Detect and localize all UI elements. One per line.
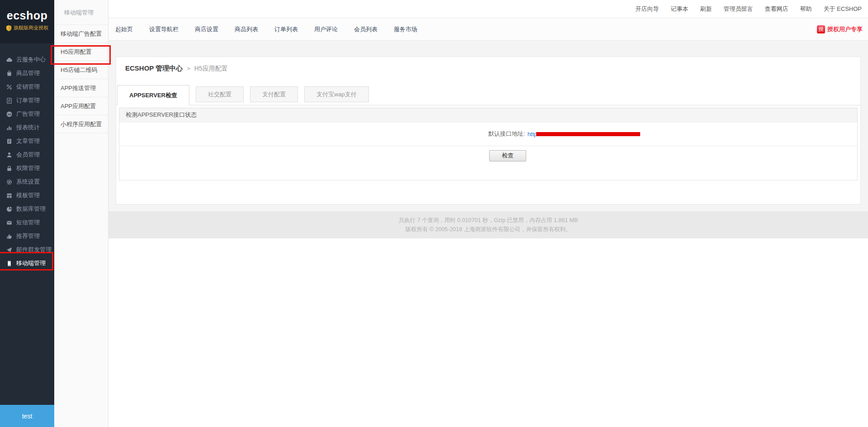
submenu-item-h5-app-config[interactable]: H5应用配置	[54, 43, 108, 61]
lock-icon	[6, 165, 13, 172]
tab-appserver-check[interactable]: APPSERVER检查	[117, 85, 189, 105]
sidebar-item-recommend[interactable]: 推荐管理	[0, 229, 54, 243]
mobile-icon	[6, 260, 13, 267]
sidebar-item-label: 权限管理	[16, 164, 40, 172]
sidebar-item-label: 数据库管理	[16, 205, 46, 213]
sidebar-item-label: 商品管理	[16, 69, 40, 77]
sidebar-item-mobile-management[interactable]: 移动端管理	[0, 256, 54, 270]
sidebar-item-templates[interactable]: 模板管理	[0, 189, 54, 202]
nav-item-order-list[interactable]: 订单列表	[274, 25, 298, 33]
sidebar-item-privileges[interactable]: 权限管理	[0, 161, 54, 175]
topbar-link-view-shop[interactable]: 查看网店	[764, 5, 788, 13]
breadcrumb-separator: >	[187, 65, 190, 72]
quick-nav-bar: 起始页 设置导航栏 商店设置 商品列表 订单列表 用户评论 会员列表 服务市场 …	[108, 18, 868, 41]
nav-item-start-page[interactable]: 起始页	[115, 25, 133, 33]
sidebar-item-label: 订单管理	[16, 96, 40, 104]
thumb-up-icon	[6, 233, 13, 240]
sidebar-item-label: 邮件群发管理	[16, 246, 52, 254]
content-card: ECSHOP 管理中心 > H5应用配置 APPSERVER检查 社交配置 支付…	[116, 57, 861, 204]
breadcrumb-root[interactable]: ECSHOP 管理中心	[125, 64, 183, 73]
sidebar-item-sms[interactable]: 短信管理	[0, 216, 54, 229]
sidebar-item-goods[interactable]: 商品管理	[0, 66, 54, 80]
sidebar-item-label: 会员管理	[16, 151, 40, 159]
secondary-sidebar: 移动端管理 移动端广告配置 H5应用配置 H5店铺二维码 APP推送管理 APP…	[54, 0, 108, 427]
nav-item-member-list[interactable]: 会员列表	[354, 25, 377, 33]
redacted-url-bar	[536, 132, 640, 136]
tab-alipay-wap[interactable]: 支付宝wap支付	[304, 86, 369, 102]
report-icon	[6, 124, 13, 131]
promotion-icon	[6, 84, 13, 90]
breadcrumb: ECSHOP 管理中心 > H5应用配置	[116, 57, 860, 73]
sidebar-item-label: 系统设置	[16, 178, 40, 186]
default-api-label: 默认接口地址:	[488, 130, 525, 138]
tabs-row: APPSERVER检查 社交配置 支付配置 支付宝wap支付	[116, 85, 860, 105]
sidebar-item-members[interactable]: 会员管理	[0, 148, 54, 161]
member-icon	[6, 152, 13, 158]
primary-sidebar: ecshop 旗舰版商业授权 云服务中心 商品管理 促销管理 订单管理 AD 广…	[0, 0, 54, 427]
topbar-link-help[interactable]: 帮助	[800, 5, 811, 13]
sms-icon	[6, 219, 13, 226]
article-icon	[6, 138, 13, 145]
logo-block: ecshop 旗舰版商业授权	[0, 0, 54, 43]
goods-icon	[6, 70, 13, 77]
topbar-link-shop-wizard[interactable]: 开店向导	[635, 5, 659, 13]
sidebar-item-ads[interactable]: AD 广告管理	[0, 107, 54, 121]
check-button[interactable]: 检查	[489, 150, 526, 161]
ad-icon: AD	[6, 111, 13, 118]
sidebar-item-email-blast[interactable]: 邮件群发管理	[0, 243, 54, 256]
footer-copyright-line: 版权所有 © 2005-2018 上海商派软件有限公司，并保留所有权利。	[406, 226, 571, 233]
topbar-link-notepad[interactable]: 记事本	[670, 5, 688, 13]
submenu-item-mobile-ad-config[interactable]: 移动端广告配置	[54, 25, 108, 43]
sidebar-item-label: 移动端管理	[16, 259, 46, 267]
panel-title: 检测APPSERVER接口状态	[119, 108, 857, 122]
nav-item-service-market[interactable]: 服务市场	[394, 25, 417, 33]
submenu-item-h5-shop-qrcode[interactable]: H5店铺二维码	[54, 61, 108, 79]
api-url-link[interactable]: http	[528, 131, 538, 138]
licensed-user-promo[interactable]: 授 授权用户专享	[817, 25, 868, 33]
topbar-link-refresh[interactable]: 刷新	[700, 5, 712, 13]
sidebar-item-label: 促销管理	[16, 83, 40, 91]
submenu-item-miniprogram-config[interactable]: 小程序应用配置	[54, 115, 108, 133]
cloud-icon	[6, 57, 13, 63]
topbar-link-admin-messages[interactable]: 管理员留言	[723, 5, 753, 13]
promo-label: 授权用户专享	[827, 25, 863, 33]
nav-item-goods-list[interactable]: 商品列表	[235, 25, 258, 33]
svg-text:AD: AD	[7, 113, 11, 115]
submenu-item-app-config[interactable]: APP应用配置	[54, 97, 108, 115]
sidebar-menu: 云服务中心 商品管理 促销管理 订单管理 AD 广告管理 报表统计 文章管理 会	[0, 53, 54, 270]
license-seal-icon: 授	[817, 25, 825, 33]
tab-payment-config[interactable]: 支付配置	[250, 86, 298, 102]
check-button-row: 检查	[119, 146, 857, 180]
license-badge: 旗舰版商业授权	[0, 24, 54, 31]
paper-plane-icon	[6, 247, 13, 253]
topbar-link-about-ecshop[interactable]: 关于 ECSHOP	[823, 5, 862, 13]
sidebar-item-label: 文章管理	[16, 137, 40, 145]
sidebar-item-orders[interactable]: 订单管理	[0, 94, 54, 107]
nav-item-nav-settings[interactable]: 设置导航栏	[149, 25, 179, 33]
sidebar-item-label: 云服务中心	[16, 56, 46, 64]
ecshop-logo: ecshop	[0, 0, 54, 22]
top-link-bar: 开店向导 记事本 刷新 管理员留言 查看网店 帮助 关于 ECSHOP	[108, 0, 868, 18]
sidebar-item-promotion[interactable]: 促销管理	[0, 80, 54, 94]
submenu-item-app-push[interactable]: APP推送管理	[54, 79, 108, 97]
sidebar-item-database[interactable]: 数据库管理	[0, 202, 54, 216]
footer: 共执行 7 个查询，用时 0.010701 秒，Gzip 已禁用，内存占用 1.…	[108, 211, 868, 238]
tab-social-config[interactable]: 社交配置	[196, 86, 244, 102]
sidebar-item-reports[interactable]: 报表统计	[0, 121, 54, 134]
database-icon	[6, 206, 13, 213]
sidebar-item-system-settings[interactable]: 系统设置	[0, 175, 54, 189]
license-label: 旗舰版商业授权	[14, 24, 48, 31]
gear-icon	[6, 179, 13, 185]
sidebar-item-articles[interactable]: 文章管理	[0, 134, 54, 148]
submenu-title: 移动端管理	[54, 0, 108, 25]
appserver-check-panel: 检测APPSERVER接口状态 默认接口地址: http 检查	[119, 108, 858, 180]
footer-stats-line: 共执行 7 个查询，用时 0.010701 秒，Gzip 已禁用，内存占用 1.…	[399, 217, 578, 224]
sidebar-item-label: 模板管理	[16, 191, 40, 199]
nav-item-user-comments[interactable]: 用户评论	[314, 25, 338, 33]
nav-item-shop-settings[interactable]: 商店设置	[195, 25, 218, 33]
order-icon	[6, 97, 13, 104]
sidebar-item-label: 推荐管理	[16, 232, 40, 240]
sidebar-item-cloud-service[interactable]: 云服务中心	[0, 53, 54, 66]
account-badge[interactable]: test	[0, 405, 54, 427]
main-content-area: ECSHOP 管理中心 > H5应用配置 APPSERVER检查 社交配置 支付…	[108, 41, 868, 211]
